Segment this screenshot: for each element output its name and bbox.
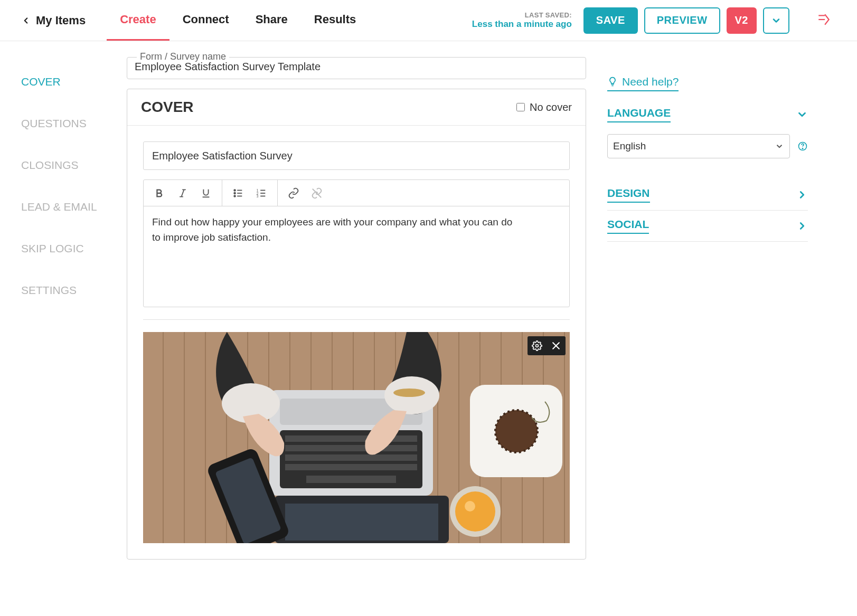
accordion-header-language[interactable]: LANGUAGE bbox=[607, 99, 808, 130]
unordered-list-button[interactable] bbox=[227, 182, 250, 205]
svg-point-5 bbox=[234, 192, 236, 194]
chevron-right-icon bbox=[796, 189, 808, 201]
right-sidebar: Need help? LANGUAGE English bbox=[586, 57, 808, 560]
help-circle-icon bbox=[797, 141, 808, 151]
svg-rect-28 bbox=[306, 476, 396, 483]
bullet-list-icon bbox=[232, 187, 244, 199]
ordered-list-button[interactable]: 123 bbox=[250, 182, 273, 205]
preview-button[interactable]: PREVIEW bbox=[644, 7, 720, 34]
sidebar-item-label: QUESTIONS bbox=[21, 117, 87, 129]
sidebar-item-skip-logic[interactable]: SKIP LOGIC bbox=[21, 242, 127, 255]
tab-label: Create bbox=[120, 13, 156, 26]
sidebar-item-label: CLOSINGS bbox=[21, 159, 79, 171]
svg-rect-24 bbox=[285, 435, 417, 442]
image-overlay-actions bbox=[528, 336, 566, 355]
sidebar-item-label: COVER bbox=[21, 75, 61, 88]
editor-center: Form / Survey name COVER No cover bbox=[127, 57, 586, 560]
list-group: 123 bbox=[222, 180, 278, 206]
italic-button[interactable] bbox=[171, 182, 194, 205]
lightbulb-icon bbox=[607, 77, 618, 87]
cover-image[interactable] bbox=[143, 332, 570, 543]
accordion-title: LANGUAGE bbox=[607, 107, 671, 122]
accordion-title: SOCIAL bbox=[607, 218, 649, 234]
language-body: English bbox=[607, 130, 808, 179]
no-cover-checkbox[interactable] bbox=[516, 103, 525, 111]
svg-rect-30 bbox=[285, 504, 438, 541]
left-sidebar: COVER QUESTIONS CLOSINGS LEAD & EMAIL SK… bbox=[21, 57, 127, 560]
bold-button[interactable] bbox=[148, 182, 171, 205]
tab-label: Connect bbox=[183, 13, 229, 26]
version-badge-button[interactable]: V2 bbox=[727, 7, 757, 34]
save-button[interactable]: SAVE bbox=[583, 7, 638, 34]
cover-description-input[interactable]: Find out how happy your employees are wi… bbox=[144, 206, 526, 307]
accordion-social: SOCIAL bbox=[607, 211, 808, 242]
topbar-left: My Items Create Connect Share Results bbox=[21, 0, 369, 41]
settings-accordion: LANGUAGE English DESIGN bbox=[607, 99, 808, 242]
last-saved-time: Less than a minute ago bbox=[472, 19, 572, 30]
link-button[interactable] bbox=[282, 182, 305, 205]
language-help-button[interactable] bbox=[797, 141, 808, 151]
language-selected-value: English bbox=[613, 140, 646, 152]
svg-rect-26 bbox=[285, 454, 417, 461]
tab-connect[interactable]: Connect bbox=[169, 0, 242, 41]
topbar: My Items Create Connect Share Results LA… bbox=[0, 0, 857, 41]
format-group bbox=[144, 180, 222, 206]
bold-icon bbox=[154, 187, 165, 199]
accordion-language: LANGUAGE English bbox=[607, 99, 808, 179]
cover-title-input[interactable] bbox=[143, 141, 570, 170]
sidebar-item-questions[interactable]: QUESTIONS bbox=[21, 117, 127, 130]
language-select[interactable]: English bbox=[607, 134, 790, 158]
numbered-list-icon: 123 bbox=[256, 187, 267, 199]
no-cover-toggle[interactable]: No cover bbox=[514, 101, 572, 113]
tab-share[interactable]: Share bbox=[242, 0, 301, 41]
sidebar-item-closings[interactable]: CLOSINGS bbox=[21, 159, 127, 172]
form-name-field[interactable]: Form / Survey name bbox=[127, 57, 586, 79]
sidebar-item-settings[interactable]: SETTINGS bbox=[21, 284, 127, 297]
link-group bbox=[278, 180, 333, 206]
chevron-right-icon bbox=[796, 220, 808, 232]
svg-rect-27 bbox=[285, 464, 417, 470]
image-settings-button[interactable] bbox=[528, 336, 547, 355]
version-dropdown-button[interactable] bbox=[763, 7, 789, 34]
rich-text-editor: 123 Find out how happy your employees ar… bbox=[143, 179, 570, 307]
editor-toolbar: 123 bbox=[144, 180, 569, 206]
main: COVER QUESTIONS CLOSINGS LEAD & EMAIL SK… bbox=[0, 41, 857, 575]
underline-button[interactable] bbox=[194, 182, 218, 205]
cover-panel-body: 123 Find out how happy your employees ar… bbox=[127, 126, 586, 559]
svg-point-33 bbox=[393, 388, 425, 397]
sidebar-item-label: LEAD & EMAIL bbox=[21, 201, 97, 213]
svg-point-42 bbox=[536, 345, 539, 347]
chevron-down-icon bbox=[775, 141, 784, 151]
italic-icon bbox=[177, 187, 188, 199]
chevron-down-icon bbox=[796, 109, 808, 120]
accordion-header-social[interactable]: SOCIAL bbox=[607, 211, 808, 241]
primary-tabs: Create Connect Share Results bbox=[107, 0, 369, 41]
sidebar-item-label: SKIP LOGIC bbox=[21, 242, 84, 254]
tab-results[interactable]: Results bbox=[301, 0, 369, 41]
chevron-left-icon bbox=[21, 15, 31, 26]
svg-point-40 bbox=[455, 491, 495, 532]
image-remove-button[interactable] bbox=[547, 336, 566, 355]
form-name-legend: Form / Survey name bbox=[137, 51, 229, 62]
svg-point-46 bbox=[802, 148, 803, 149]
need-help-label: Need help? bbox=[622, 75, 679, 88]
no-cover-label: No cover bbox=[530, 101, 572, 113]
unlink-button[interactable] bbox=[305, 182, 328, 205]
cover-panel: COVER No cover bbox=[127, 89, 586, 560]
cover-panel-header: COVER No cover bbox=[127, 89, 586, 126]
accordion-header-design[interactable]: DESIGN bbox=[607, 179, 808, 210]
cover-image-content bbox=[143, 332, 570, 543]
brand-icon bbox=[817, 13, 831, 29]
link-icon bbox=[288, 187, 299, 199]
accordion-design: DESIGN bbox=[607, 179, 808, 211]
need-help-link[interactable]: Need help? bbox=[607, 75, 679, 91]
back-my-items[interactable]: My Items bbox=[21, 14, 86, 27]
sidebar-item-lead-email[interactable]: LEAD & EMAIL bbox=[21, 201, 127, 213]
divider bbox=[143, 319, 570, 320]
svg-text:3: 3 bbox=[257, 194, 259, 198]
unlink-icon bbox=[311, 187, 323, 199]
tab-create[interactable]: Create bbox=[107, 0, 169, 41]
save-button-label: SAVE bbox=[596, 14, 625, 26]
chevron-down-icon bbox=[771, 15, 781, 26]
sidebar-item-cover[interactable]: COVER bbox=[21, 75, 127, 88]
